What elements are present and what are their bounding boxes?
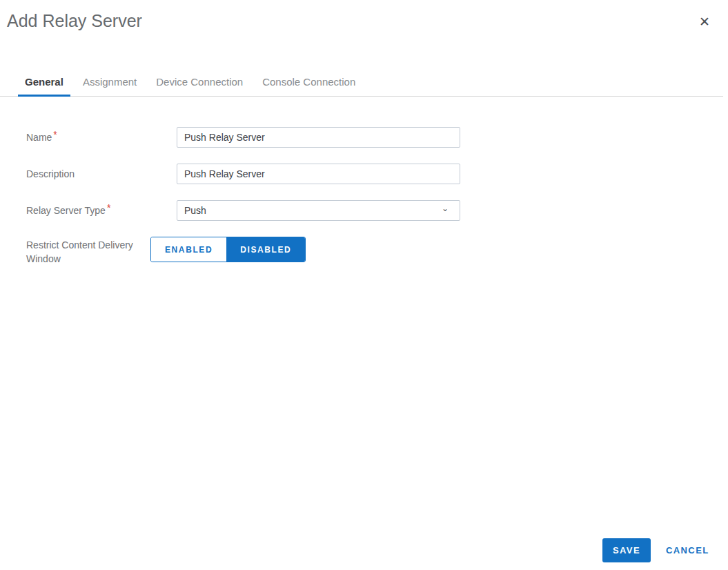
toggle-enabled-button[interactable]: ENABLED xyxy=(151,237,226,262)
description-row: Description xyxy=(26,164,468,184)
cancel-button[interactable]: CANCEL xyxy=(666,538,709,562)
tab-device-connection[interactable]: Device Connection xyxy=(149,70,250,97)
relay-server-type-label-text: Relay Server Type xyxy=(26,205,106,216)
restrict-content-delivery-window-label: Restrict Content Delivery Window xyxy=(26,237,150,266)
name-label-text: Name xyxy=(26,132,52,143)
name-row: Name* xyxy=(26,127,468,148)
name-label: Name* xyxy=(26,127,177,148)
relay-server-type-value: Push xyxy=(184,205,453,216)
required-asterisk: * xyxy=(53,129,57,140)
close-icon: ✕ xyxy=(699,14,710,29)
tab-assignment[interactable]: Assignment xyxy=(76,70,144,97)
restrict-content-delivery-window-toggle: ENABLED DISABLED xyxy=(150,237,306,262)
general-form: Name* Description Relay Server Type* Pus… xyxy=(26,127,468,282)
restrict-content-delivery-window-row: Restrict Content Delivery Window ENABLED… xyxy=(26,237,468,266)
description-label-text: Description xyxy=(26,168,75,179)
tabs-bar: General Assignment Device Connection Con… xyxy=(0,70,723,97)
name-input[interactable] xyxy=(177,127,460,148)
relay-server-type-select[interactable]: Push ⌄ xyxy=(177,200,460,221)
close-button[interactable]: ✕ xyxy=(695,12,714,32)
relay-server-type-row: Relay Server Type* Push ⌄ xyxy=(26,200,468,221)
chevron-down-icon: ⌄ xyxy=(442,204,449,213)
restrict-label-text: Restrict Content Delivery Window xyxy=(26,239,133,264)
description-input[interactable] xyxy=(177,164,460,184)
relay-server-type-label: Relay Server Type* xyxy=(26,200,177,221)
description-label: Description xyxy=(26,164,177,184)
tab-console-connection[interactable]: Console Connection xyxy=(255,70,362,97)
toggle-disabled-button[interactable]: DISABLED xyxy=(226,237,305,262)
save-button[interactable]: SAVE xyxy=(602,538,651,562)
tab-general[interactable]: General xyxy=(18,70,70,97)
required-asterisk: * xyxy=(107,202,110,213)
page-title: Add Relay Server xyxy=(7,11,142,31)
